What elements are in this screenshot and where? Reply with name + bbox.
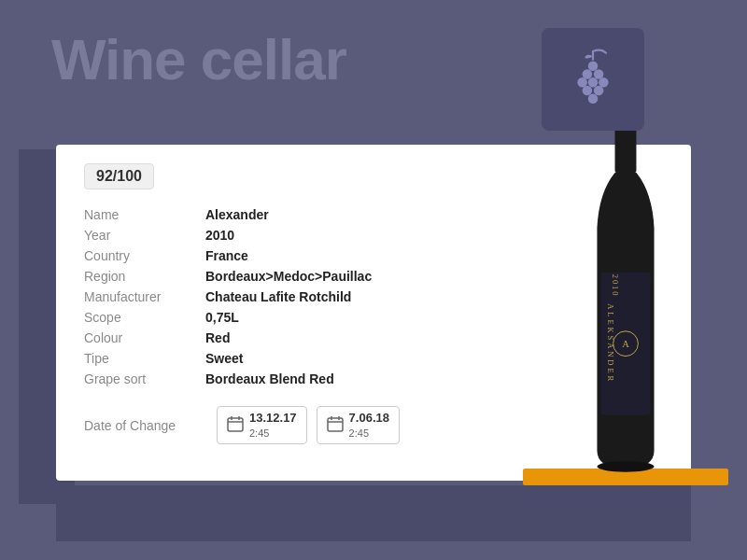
svg-point-4 (588, 77, 599, 88)
calendar-icon (227, 415, 244, 436)
svg-point-6 (583, 86, 593, 96)
field-label: Country (84, 245, 205, 266)
field-label: Region (84, 266, 205, 287)
page-title: Wine cellar (51, 26, 346, 92)
svg-point-0 (588, 62, 599, 72)
svg-point-2 (594, 69, 604, 79)
svg-point-1 (583, 69, 593, 79)
grape-icon-box (542, 28, 644, 131)
date-of-change-label: Date of Change (84, 418, 205, 433)
grape-icon (560, 45, 626, 114)
svg-text:2010: 2010 (611, 274, 620, 298)
field-label: Manufacturer (84, 287, 205, 307)
svg-point-7 (594, 86, 604, 96)
svg-point-8 (588, 94, 599, 105)
date-value: 13.12.17 2:45 (249, 411, 297, 440)
svg-point-3 (577, 77, 587, 88)
calendar-icon (327, 415, 344, 436)
score-badge: 92/100 (84, 163, 154, 189)
date-value: 7.06.18 2:45 (349, 411, 389, 440)
field-label: Grape sort (84, 369, 205, 389)
svg-rect-9 (228, 418, 243, 431)
field-label: Year (84, 225, 205, 245)
field-label: Scope (84, 307, 205, 328)
field-label: Colour (84, 328, 205, 348)
field-label: Name (84, 204, 205, 225)
svg-text:A: A (622, 339, 629, 349)
svg-point-5 (599, 77, 609, 88)
date-entry: 13.12.17 2:45 (217, 406, 307, 444)
wine-bottle: ALEKSANDER 2010 A (551, 112, 700, 504)
field-label: Tipe (84, 348, 205, 369)
svg-text:ALEKSANDER: ALEKSANDER (606, 303, 615, 384)
date-entry: 7.06.18 2:45 (317, 406, 400, 444)
svg-point-24 (597, 461, 654, 471)
svg-rect-13 (328, 418, 343, 431)
